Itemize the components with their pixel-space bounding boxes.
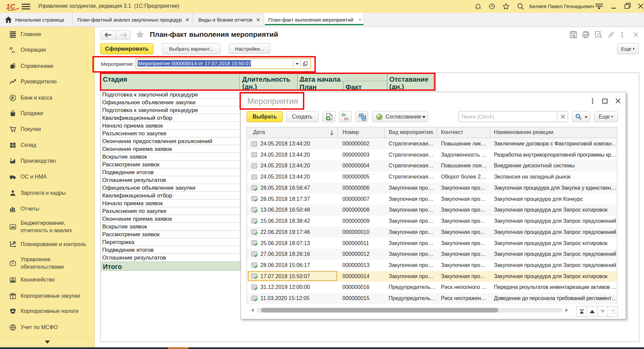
svg-text:Cr: Cr (344, 117, 349, 121)
svg-text:Dr: Dr (342, 113, 346, 117)
svg-text:1С: 1С (6, 2, 16, 10)
svg-text:₽: ₽ (14, 241, 16, 244)
svg-text:₽: ₽ (11, 96, 14, 101)
svg-text:Дт: Дт (9, 47, 13, 50)
svg-text:Кт: Кт (12, 50, 15, 53)
